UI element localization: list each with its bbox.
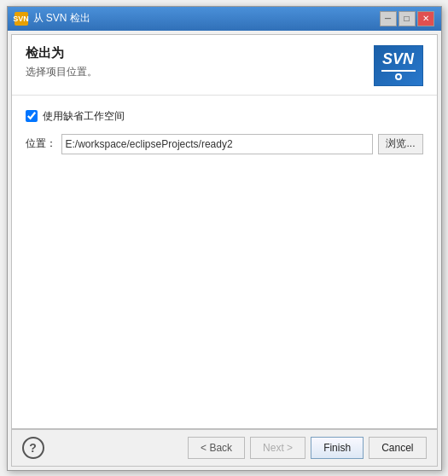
back-button[interactable]: < Back (188, 437, 245, 459)
browse-button[interactable]: 浏览... (378, 134, 422, 154)
location-input[interactable] (61, 134, 374, 154)
footer-right: < Back Next > Finish Cancel (188, 437, 426, 459)
content-area: 检出为 选择项目位置。 SVN 使用缺省工作空间 位置： 浏览... (11, 34, 438, 429)
maximize-button[interactable]: □ (399, 11, 416, 26)
page-title: 检出为 (26, 45, 97, 61)
page-subtitle: 选择项目位置。 (26, 65, 97, 79)
svn-logo-line (381, 70, 416, 72)
finish-button[interactable]: Finish (311, 437, 364, 459)
footer-left: ? (22, 437, 44, 459)
location-label: 位置： (26, 136, 56, 151)
title-bar: SVN 从 SVN 检出 ─ □ ✕ (8, 7, 441, 31)
use-default-workspace-checkbox[interactable] (26, 110, 38, 122)
window-icon-text: SVN (13, 15, 29, 23)
svn-logo: SVN (374, 45, 423, 86)
cancel-button[interactable]: Cancel (369, 437, 426, 459)
minimize-button[interactable]: ─ (380, 11, 397, 26)
header-text: 检出为 选择项目位置。 (26, 45, 97, 79)
close-button[interactable]: ✕ (417, 11, 434, 26)
title-buttons: ─ □ ✕ (380, 11, 434, 26)
footer-section: ? < Back Next > Finish Cancel (11, 429, 438, 467)
next-button[interactable]: Next > (250, 437, 305, 459)
checkbox-row: 使用缺省工作空间 (26, 109, 423, 124)
window-icon: SVN (15, 12, 28, 26)
form-section: 使用缺省工作空间 位置： 浏览... (12, 96, 437, 276)
svn-logo-text: SVN (382, 51, 414, 67)
window-title: 从 SVN 检出 (33, 11, 380, 26)
header-section: 检出为 选择项目位置。 SVN (12, 35, 437, 96)
help-button[interactable]: ? (22, 437, 44, 459)
use-default-workspace-label[interactable]: 使用缺省工作空间 (43, 109, 125, 124)
main-window: SVN 从 SVN 检出 ─ □ ✕ 检出为 选择项目位置。 SVN (7, 6, 442, 471)
svn-logo-circle (395, 73, 402, 80)
location-row: 位置： 浏览... (26, 134, 423, 154)
